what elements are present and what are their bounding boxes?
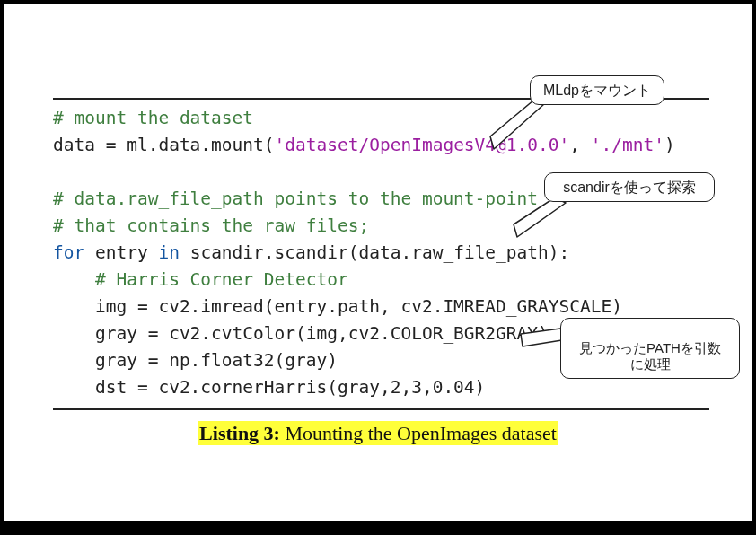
code-keyword: in: [158, 242, 179, 263]
code-text: img = cv2.imread(entry.path, cv2.IMREAD_…: [53, 296, 622, 317]
code-text: entry: [84, 242, 158, 263]
code-text: data = ml.data.mount(: [53, 135, 275, 155]
code-text: ): [664, 135, 675, 155]
code-comment: # mount the dataset: [53, 108, 253, 128]
code-text: gray = np.float32(gray): [53, 350, 338, 371]
code-keyword: for: [53, 242, 84, 263]
callout-scandir: scandirを使って探索: [544, 172, 715, 202]
callout-text: scandirを使って探索: [563, 180, 696, 195]
code-text: ,: [569, 135, 590, 155]
code-comment: # data.raw_file_path points to the mount…: [53, 189, 538, 209]
callout-mount: MLdpをマウント: [530, 75, 664, 105]
code-text: scandir.scandir(data.raw_file_path):: [180, 242, 569, 263]
caption-label: Listing 3:: [199, 422, 280, 444]
caption-text: Mounting the OpenImages dataset: [280, 422, 557, 444]
callout-text: MLdpをマウント: [543, 83, 651, 98]
code-text: gray = cv2.cvtColor(img,cv2.COLOR_BGR2GR…: [53, 323, 549, 344]
listing-caption: Listing 3: Mounting the OpenImages datas…: [4, 422, 752, 445]
code-string: './mnt': [591, 135, 664, 155]
page: # mount the dataset data = ml.data.mount…: [4, 4, 752, 521]
callout-text: 見つかったPATHを引数 に処理: [579, 340, 721, 372]
code-comment: # Harris Corner Detector: [53, 269, 348, 290]
callout-path: 見つかったPATHを引数 に処理: [560, 318, 740, 379]
code-comment: # that contains the raw files;: [53, 215, 369, 236]
code-string: 'dataset/OpenImagesV4@1.0.0': [275, 135, 570, 155]
code-text: dst = cv2.cornerHarris(gray,2,3,0.04): [53, 377, 485, 398]
